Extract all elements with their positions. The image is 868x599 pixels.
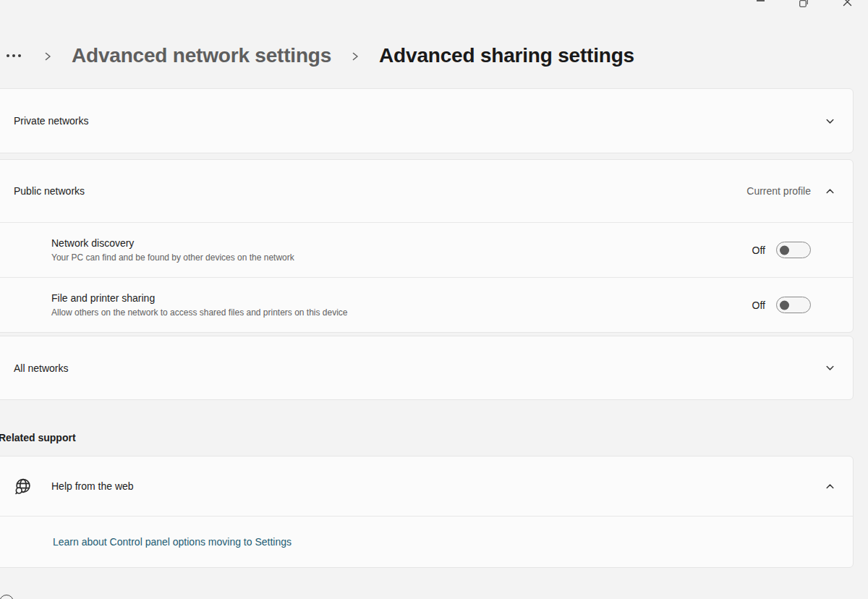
- chevron-up-icon: [825, 186, 835, 197]
- breadcrumb-item-advanced-network-settings[interactable]: Advanced network settings: [72, 44, 331, 67]
- expander-private-networks[interactable]: Private networks: [0, 89, 853, 153]
- help-link-control-panel[interactable]: Learn about Control panel options moving…: [53, 536, 292, 548]
- network-discovery-toggle[interactable]: [776, 242, 811, 258]
- card-public-networks: Public networks Current profile Network …: [0, 159, 854, 333]
- page-title: Advanced sharing settings: [379, 44, 634, 67]
- chevron-right-icon: [43, 51, 53, 62]
- current-profile-label: Current profile: [746, 185, 811, 197]
- card-help-from-web: Help from the web Learn about Control pa…: [0, 456, 854, 568]
- setting-row-network-discovery: Network discovery Your PC can find and b…: [0, 223, 853, 277]
- toggle-state-label: Off: [752, 245, 765, 256]
- card-all-networks: All networks: [0, 336, 854, 400]
- chevron-down-icon: [825, 362, 835, 373]
- help-link-row: Learn about Control panel options moving…: [0, 517, 853, 567]
- expander-title: All networks: [14, 362, 825, 374]
- toggle-knob: [780, 245, 789, 255]
- toggle-state-label: Off: [752, 300, 765, 311]
- chevron-down-icon: [825, 116, 835, 127]
- expander-title: Private networks: [14, 115, 825, 127]
- expander-help-from-web[interactable]: Help from the web: [0, 456, 853, 516]
- expander-all-networks[interactable]: All networks: [0, 336, 853, 399]
- breadcrumb: Advanced network settings Advanced shari…: [4, 42, 854, 69]
- help-card-title: Help from the web: [51, 480, 825, 492]
- setting-row-file-printer-sharing: File and printer sharing Allow others on…: [0, 278, 853, 332]
- expander-title: Public networks: [14, 185, 746, 197]
- setting-title: Network discovery: [51, 237, 752, 249]
- ellipsis-icon: [7, 54, 9, 57]
- globe-search-icon: [14, 477, 33, 496]
- setting-title: File and printer sharing: [51, 292, 752, 304]
- setting-description: Your PC can find and be found by other d…: [51, 252, 752, 263]
- toggle-knob: [780, 300, 789, 310]
- related-support-heading: Related support: [0, 430, 854, 445]
- get-help-icon[interactable]: [0, 595, 14, 599]
- chevron-up-icon: [825, 481, 835, 492]
- settings-page: Advanced network settings Advanced shari…: [0, 0, 854, 574]
- chevron-right-icon: [350, 51, 360, 62]
- expander-public-networks[interactable]: Public networks Current profile: [0, 160, 853, 222]
- file-printer-sharing-toggle[interactable]: [776, 297, 811, 313]
- card-private-networks: Private networks: [0, 88, 854, 153]
- setting-description: Allow others on the network to access sh…: [51, 307, 752, 318]
- breadcrumb-overflow-button[interactable]: [4, 53, 24, 59]
